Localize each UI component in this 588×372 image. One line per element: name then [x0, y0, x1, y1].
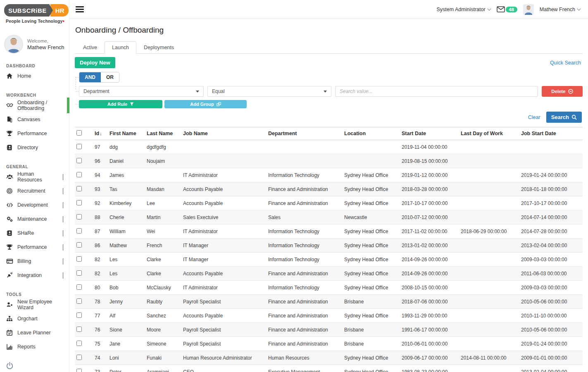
cell-start-date: 2014-09-26 00:00:00 [400, 253, 459, 267]
or-toggle-button[interactable]: OR [101, 72, 119, 82]
filter-builder: AND OR Department Equal Delete [75, 72, 583, 108]
sidebar-item-human-resources[interactable]: Human Resources [0, 170, 69, 184]
add-rule-button[interactable]: Add Rule [79, 100, 162, 108]
cell-first-name: Jenny [108, 295, 145, 309]
row-checkbox[interactable] [76, 312, 82, 318]
sidebar-item-performance-general[interactable]: Performance [0, 240, 69, 254]
row-checkbox[interactable] [76, 172, 82, 177]
sidebar-item-maintenance[interactable]: Maintenance [0, 212, 69, 226]
avatar-photo [523, 4, 534, 15]
quick-search-link[interactable]: Quick Search [550, 60, 581, 66]
sidebar-item-orgchart[interactable]: Orgchart [0, 312, 69, 326]
cell-last-day-of-work [459, 323, 519, 337]
sidebar-item-label: Billing [17, 258, 31, 264]
bar-chart-icon [5, 343, 14, 350]
row-checkbox[interactable] [76, 355, 82, 360]
sidebar-item-onboarding-offboarding[interactable]: Onboarding / Offboarding [0, 98, 69, 112]
user-menu[interactable]: Mathew French [540, 7, 581, 12]
sidebar-item-recruitment[interactable]: Recruitment [0, 184, 69, 198]
table-row: 88CherieMartinSales ExectuiveSalesNewcas… [75, 210, 583, 224]
row-checkbox[interactable] [76, 242, 82, 248]
cell-job-start-date: 2017-10-17 00:00:00 [519, 196, 583, 210]
sidebar-item-reports[interactable]: Reports [0, 340, 69, 354]
column-header-first-name[interactable]: First Name [108, 127, 145, 140]
cell-job-start-date: 2009-03-03 00:00:00 [519, 281, 583, 295]
column-header-job-name[interactable]: Job Name [181, 127, 267, 140]
column-header-id[interactable]: Id↓ [93, 127, 108, 140]
topbar-avatar[interactable] [523, 4, 534, 15]
column-header-department[interactable]: Department [267, 127, 343, 140]
row-checkbox[interactable] [76, 341, 82, 346]
cell-id: 80 [93, 281, 108, 295]
column-header-last-day-of-work[interactable]: Last Day of Work [459, 127, 519, 140]
main-content: Onboarding / Offboarding Active Launch D… [69, 19, 588, 372]
select-all-checkbox[interactable] [76, 130, 82, 136]
row-checkbox[interactable] [76, 270, 82, 276]
row-checkbox[interactable] [76, 214, 82, 219]
sidebar-item-development[interactable]: Development [0, 198, 69, 212]
row-checkbox[interactable] [76, 369, 82, 372]
sidebar-item-home[interactable]: Home [0, 69, 69, 83]
mail-button[interactable]: 48 [497, 6, 517, 12]
filter-operator-select[interactable]: Equal [207, 86, 331, 97]
sidebar-item-label: Maintenance [17, 216, 47, 222]
row-checkbox[interactable] [76, 144, 82, 149]
cell-department: Executive Management [267, 365, 343, 372]
and-toggle-button[interactable]: AND [79, 72, 101, 82]
cell-location: Sydney Head Office [343, 253, 400, 267]
row-select-cell [75, 337, 93, 351]
cell-job-start-date [519, 140, 583, 154]
sidebar-item-label: Leave Planner [17, 330, 51, 336]
row-checkbox[interactable] [76, 327, 82, 332]
row-checkbox[interactable] [76, 228, 82, 234]
role-menu[interactable]: System Administrator [437, 7, 491, 12]
row-checkbox[interactable] [76, 284, 82, 290]
deploy-new-button[interactable]: Deploy New [75, 57, 115, 68]
cell-last-name: Aramniani [145, 365, 181, 372]
user-avatar[interactable] [4, 35, 23, 54]
sidebar-item-integration[interactable]: Integration [0, 268, 69, 282]
row-checkbox[interactable] [76, 186, 82, 191]
cell-last-name: McClausky [145, 281, 181, 295]
cell-last-day-of-work [459, 365, 519, 372]
sidebar-item-share[interactable]: SHaRe [0, 226, 69, 240]
sidebar-item-canvases[interactable]: Canvases [0, 112, 69, 126]
column-header-start-date[interactable]: Start Date [400, 127, 459, 140]
add-group-button[interactable]: Add Group [164, 100, 247, 108]
cell-job-start-date: 2010-05-06 00:00:00 [519, 295, 583, 309]
row-select-cell [75, 168, 93, 182]
sidebar-item-billing[interactable]: Billing [0, 254, 69, 268]
envelope-icon [497, 6, 505, 12]
sidebar-item-performance-workbench[interactable]: Performance [0, 126, 69, 141]
cell-job-name: IT Administrator [181, 281, 267, 295]
sidebar-item-new-employee-wizard[interactable]: New Employee Wizard [0, 298, 69, 312]
delete-rule-button[interactable]: Delete [542, 86, 583, 97]
clear-link[interactable]: Clear [528, 114, 540, 120]
logout-power-button[interactable] [6, 362, 14, 370]
tab-launch[interactable]: Launch [105, 41, 136, 54]
search-button[interactable]: Search [546, 112, 582, 123]
filter-field-select[interactable]: Department [79, 86, 204, 97]
row-select-cell [75, 196, 93, 210]
row-checkbox[interactable] [76, 298, 82, 304]
row-select-cell [75, 295, 93, 309]
row-checkbox[interactable] [76, 158, 82, 163]
column-header-job-start-date[interactable]: Job Start Date [519, 127, 583, 140]
funnel-icon [130, 102, 134, 106]
column-header-last-name[interactable]: Last Name [145, 127, 181, 140]
hamburger-menu-icon[interactable] [76, 5, 84, 14]
sidebar-item-directory[interactable]: Directory [0, 141, 69, 155]
tab-active[interactable]: Active [76, 41, 105, 54]
cell-last-name [145, 168, 181, 182]
column-header-location[interactable]: Location [343, 127, 400, 140]
sidebar-item-leave-planner[interactable]: Leave Planner [0, 326, 69, 340]
row-checkbox[interactable] [76, 200, 82, 205]
row-checkbox[interactable] [76, 256, 82, 262]
chevron-down-icon [63, 258, 63, 264]
tab-deployments[interactable]: Deployments [136, 41, 181, 54]
cell-location: Brisbane [343, 295, 400, 309]
trophy-icon [5, 130, 14, 137]
cell-location: Sydney Head Office [343, 238, 400, 253]
filter-value-input[interactable] [335, 86, 538, 97]
cell-last-day-of-work [459, 253, 519, 267]
